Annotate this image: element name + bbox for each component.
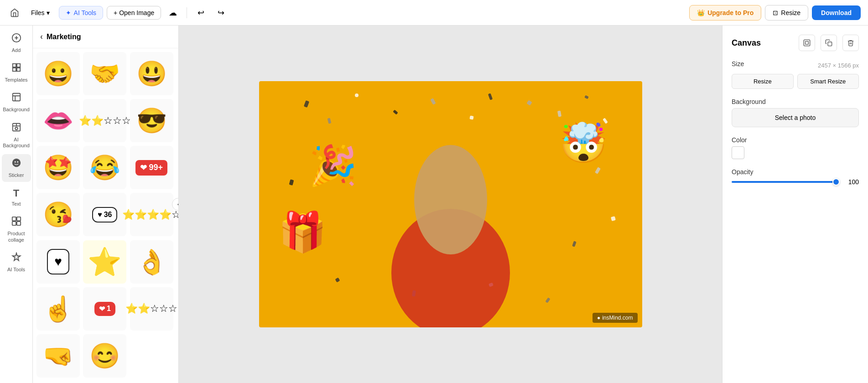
- background-label: Background: [732, 98, 859, 105]
- text-icon: T: [13, 187, 19, 199]
- svg-rect-21: [828, 42, 832, 46]
- background-section: Background Select a photo: [732, 98, 859, 127]
- svg-rect-6: [16, 68, 20, 71]
- ai-tools-button[interactable]: ✦ AI Tools: [59, 6, 104, 20]
- sticker-heart-36[interactable]: ♥36: [83, 193, 126, 236]
- color-swatch[interactable]: [732, 146, 744, 159]
- frame-button[interactable]: [799, 35, 815, 51]
- size-section: Size 2457 × 1566 px Resize Smart Resize: [732, 60, 859, 89]
- opacity-slider[interactable]: [732, 181, 840, 183]
- watermark: ● insMind.com: [593, 313, 638, 323]
- sticker-panel: ‹ Marketing 😀 🤝 😃 👄 ⭐⭐☆☆☆ 😎 🤩 😂 ❤99+: [33, 26, 179, 383]
- sticker-panel-header: ‹ Marketing: [33, 26, 178, 48]
- sidebar-item-add[interactable]: Add: [2, 29, 31, 57]
- svg-rect-13: [12, 217, 16, 221]
- sticker-cool[interactable]: 😎: [130, 99, 173, 142]
- sidebar-item-templates[interactable]: Templates: [2, 59, 31, 87]
- svg-point-12: [17, 161, 18, 163]
- sticker-starstruck[interactable]: 🤩: [36, 146, 80, 189]
- redo-button[interactable]: ↪: [213, 5, 229, 21]
- sticker-ok[interactable]: 👌: [130, 240, 173, 284]
- svg-rect-3: [12, 64, 16, 67]
- home-button[interactable]: [7, 5, 22, 20]
- sidebar-item-label: Background: [3, 107, 30, 113]
- svg-rect-7: [12, 93, 20, 101]
- smart-resize-button[interactable]: Smart Resize: [797, 74, 859, 89]
- sidebar-item-label: Add: [12, 47, 21, 53]
- sidebar-item-product-collage[interactable]: Product collage: [2, 212, 31, 246]
- back-button[interactable]: ‹: [40, 32, 43, 41]
- opacity-label: Opacity: [732, 168, 859, 176]
- sticker-badge-99plus: ❤99+: [135, 160, 167, 176]
- sidebar-item-label: Templates: [5, 77, 27, 83]
- canvas-sticker-shocked: 🤯: [559, 120, 608, 166]
- sidebar-item-label: AI Background: [3, 137, 30, 149]
- sticker-panel-title: Marketing: [47, 33, 81, 41]
- sticker-stars-4[interactable]: ⭐⭐⭐⭐☆: [130, 193, 173, 236]
- opacity-value: 100: [845, 178, 859, 186]
- sidebar-item-ai-background[interactable]: AI Background: [2, 119, 31, 152]
- canvas-area: 🎉 🎁 🤯 ● insMind.com: [179, 26, 722, 383]
- sticker-icon: [11, 158, 21, 171]
- sidebar-item-sticker[interactable]: Sticker: [2, 154, 31, 182]
- left-sidebar: Add Templates Background AI Background S: [0, 26, 33, 383]
- sidebar-item-label: Sticker: [9, 172, 24, 178]
- sidebar-item-label: Product collage: [4, 231, 29, 243]
- sidebar-item-background[interactable]: Background: [2, 88, 31, 116]
- sidebar-item-label: AI Tools: [7, 267, 25, 273]
- product-collage-icon: [11, 216, 21, 229]
- ai-background-icon: [11, 122, 21, 135]
- files-button[interactable]: Files ▾: [26, 6, 55, 19]
- canvas-panel-title: Canvas: [732, 38, 761, 48]
- sticker-finger-up[interactable]: ☝️: [36, 287, 80, 331]
- cloud-icon[interactable]: ☁: [165, 5, 181, 21]
- add-icon: [11, 33, 21, 46]
- sticker-kiss[interactable]: 😘: [36, 193, 80, 236]
- resize-option-button[interactable]: Resize: [732, 74, 794, 89]
- topnav: Files ▾ ✦ AI Tools + Open Image ☁ ↩ ↪ 👑 …: [0, 0, 868, 26]
- svg-point-18: [414, 145, 487, 254]
- sticker-heart-count: ♥36: [92, 207, 117, 223]
- panel-action-icons: [799, 35, 859, 51]
- right-panel: Canvas Size 2457 × 1566 px Resize: [722, 26, 868, 383]
- download-button[interactable]: Download: [812, 5, 861, 20]
- sticker-fist[interactable]: 🤜: [36, 334, 80, 378]
- sticker-lol[interactable]: 😂: [83, 146, 126, 189]
- sticker-love-1[interactable]: ❤1: [83, 287, 126, 331]
- upgrade-button[interactable]: 👑 Upgrade to Pro: [689, 5, 761, 21]
- sticker-stars-2[interactable]: ⭐⭐☆☆☆: [83, 99, 126, 142]
- sidebar-item-text[interactable]: T Text: [2, 184, 31, 211]
- svg-rect-15: [12, 222, 16, 225]
- sticker-smile[interactable]: 😊: [83, 334, 126, 378]
- delete-button[interactable]: [842, 35, 859, 51]
- undo-button[interactable]: ↩: [192, 5, 209, 21]
- svg-rect-4: [16, 64, 20, 67]
- sidebar-item-label: Text: [11, 201, 21, 207]
- sticker-heart-box[interactable]: ♥: [36, 240, 80, 284]
- select-photo-button[interactable]: Select a photo: [732, 108, 859, 127]
- resize-button[interactable]: ⊡ Resize: [765, 5, 808, 21]
- svg-point-10: [12, 159, 20, 167]
- sidebar-item-ai-tools[interactable]: AI Tools: [2, 248, 31, 276]
- size-label: Size: [732, 60, 744, 67]
- sticker-99plus[interactable]: ❤99+: [130, 146, 173, 189]
- svg-rect-14: [16, 217, 20, 221]
- copy-button[interactable]: [821, 35, 837, 51]
- sticker-handshake[interactable]: 🤝: [83, 52, 126, 95]
- opacity-section: Opacity 100: [732, 168, 859, 186]
- sticker-happy[interactable]: 😀: [36, 52, 80, 95]
- ai-tools-sidebar-icon: [11, 252, 21, 265]
- open-image-button[interactable]: + Open Image: [107, 6, 161, 20]
- svg-rect-16: [16, 222, 20, 225]
- svg-rect-20: [806, 41, 809, 45]
- svg-rect-5: [12, 68, 16, 71]
- sticker-stars-2b[interactable]: ⭐⭐☆☆☆: [130, 287, 173, 331]
- background-icon: [11, 92, 21, 105]
- main-layout: Add Templates Background AI Background S: [0, 26, 868, 383]
- sticker-grin[interactable]: 😃: [130, 52, 173, 95]
- color-label: Color: [732, 136, 859, 144]
- color-section: Color: [732, 136, 859, 159]
- sticker-star-yellow[interactable]: ⭐: [83, 240, 126, 284]
- templates-icon: [11, 62, 21, 75]
- sticker-lips[interactable]: 👄: [36, 99, 80, 142]
